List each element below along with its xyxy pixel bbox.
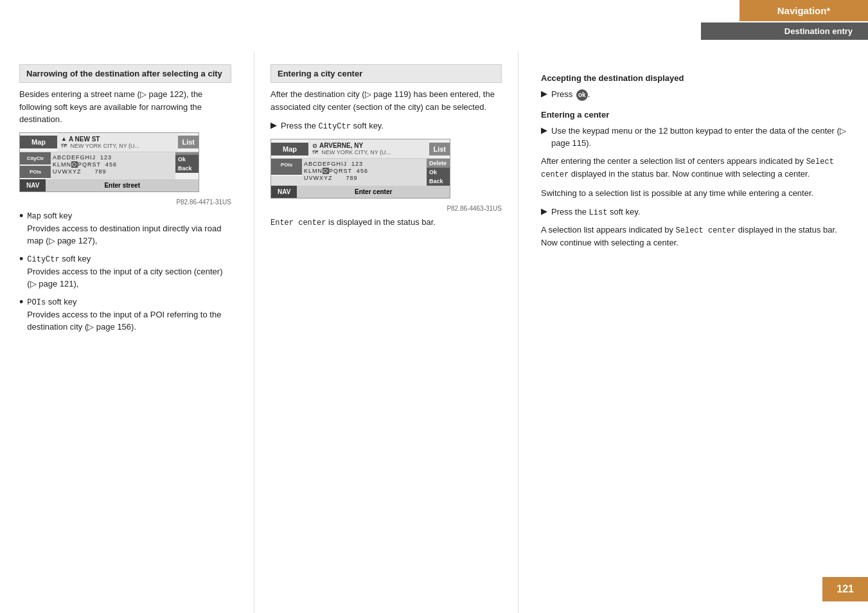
right-body1: After entering the center a selection li… <box>541 155 849 181</box>
device-nav-row-2: NAV Enter center <box>271 186 450 198</box>
cityctr-inline: CityCtr <box>319 122 351 131</box>
mid-section-header: Entering a city center <box>270 64 502 83</box>
device-row-top-2: Map ⊙ ARVERNE, NY 🗺 NEW YORK CITY, NY (U… <box>271 139 450 159</box>
cityctr-keyword: CityCtr <box>27 255 59 264</box>
right-arrow3-content: Press the List soft key. <box>551 206 640 218</box>
city-ctr-btn-1[interactable]: CityCtr <box>20 152 51 164</box>
device-left-side-1: CityCtr POIs <box>20 152 51 179</box>
right-section1-title: Accepting the destination displayed <box>541 73 849 83</box>
device-right-side-1: Ok Back <box>175 152 199 179</box>
right-arrow2-content: Use the keypad menu or the 12 button key… <box>551 125 849 150</box>
device-main-street-1: ▲ A NEW ST <box>61 136 174 143</box>
device-left-side-2: POIs <box>271 159 302 186</box>
mid-arrow1-content: Press the CityCtr soft key. <box>281 120 384 132</box>
device-main-1: ▲ A NEW ST 🗺 NEW YORK CITY, NY (U... <box>57 133 178 152</box>
enter-center-inline: Enter center <box>270 218 326 227</box>
select-center-1: Se­lect center <box>541 157 834 179</box>
list-inline: List <box>589 208 608 217</box>
ok-btn-1[interactable]: Ok <box>175 155 199 164</box>
right-arrow3: ▶ Press the List soft key. <box>541 206 849 218</box>
device-screen-1: Map ▲ A NEW ST 🗺 NEW YORK CITY, NY (U...… <box>19 132 199 192</box>
select-center-2: Select center <box>676 226 736 235</box>
right-arrow1: ▶ Press ok. <box>541 88 849 101</box>
mid-arrow1: ▶ Press the CityCtr soft key. <box>270 120 502 132</box>
enter-street-1: Enter street <box>46 179 199 191</box>
back-btn-2[interactable]: Back <box>427 177 450 186</box>
map-keyword: Map <box>27 212 41 221</box>
bullet-content-map: Map soft key Provides access to destinat… <box>27 209 231 247</box>
device-keyboard-2: ABCDEFGHIJ 123 KLMNOPQRST 456 UVWXYZ 789 <box>302 159 427 186</box>
back-btn-1[interactable]: Back <box>175 164 199 173</box>
page-number: 121 <box>822 577 868 601</box>
mid-status-text: Enter center is displayed in the status … <box>270 216 502 229</box>
device-caption-2: P82.86-4463-31US <box>270 205 502 212</box>
bullet-content-cityctr: CityCtr soft key Provides access to the … <box>27 253 231 290</box>
status-text-suffix: is displayed in the status bar. <box>328 217 436 227</box>
middle-column: Entering a city center After the destina… <box>258 51 515 613</box>
pois-btn-1[interactable]: POIs <box>20 166 51 178</box>
bullet-dot-map: • <box>19 209 23 224</box>
device-row-top: Map ▲ A NEW ST 🗺 NEW YORK CITY, NY (U...… <box>20 133 199 152</box>
left-body1: Besides entering a street name (▷ page 1… <box>19 88 231 126</box>
bullet-map: • Map soft key Provides access to destin… <box>19 209 231 247</box>
ok-circle: ok <box>576 89 588 101</box>
device-keyboard-1: ABCDEFGHIJ 123 KLMNOPQRST 456 UVWXYZ 789 <box>51 152 175 179</box>
nav-tab: Navigation* <box>740 0 868 21</box>
right-body2: Switching to a selection list is possibl… <box>541 187 849 200</box>
bullet-cityctr: • CityCtr soft key Provides access to th… <box>19 253 231 290</box>
device-caption-1: P82.86-4471-31US <box>19 199 231 206</box>
bullet-dot-pois: • <box>19 296 23 310</box>
device-main-city-1: 🗺 NEW YORK CITY, NY (U... <box>61 143 174 149</box>
right-section2-title: Entering a center <box>541 110 849 120</box>
main-content: Narrowing of the destination after selec… <box>0 51 868 613</box>
bullet-dot-cityctr: • <box>19 253 23 267</box>
right-arrow2: ▶ Use the keypad menu or the 12 button k… <box>541 125 849 150</box>
list-btn-1[interactable]: List <box>178 136 199 148</box>
right-arrow1-content: Press ok. <box>551 88 590 101</box>
list-btn-2[interactable]: List <box>429 143 450 155</box>
device-keyboard-area-1: CityCtr POIs ABCDEFGHIJ 123 KLMNOPQRST 4… <box>20 152 199 179</box>
divider-mid-right <box>518 51 518 613</box>
device-main-city-2: 🗺 NEW YORK CITY, NY (U... <box>312 149 425 155</box>
header: Navigation* Destination entry <box>598 0 868 40</box>
arrow-sym-right3: ▶ <box>541 206 547 216</box>
arrow-sym-right1: ▶ <box>541 89 547 98</box>
arrow-sym-1: ▶ <box>270 120 277 130</box>
nav-label-1: NAV <box>20 179 46 191</box>
left-section-header: Narrowing of the destination after selec… <box>19 64 231 83</box>
pois-keyword: POIs <box>27 298 46 307</box>
right-body3: A selection list appears indicated by Se… <box>541 224 849 249</box>
map-label-2: Map <box>271 143 308 155</box>
arrow-sym-right2: ▶ <box>541 125 547 135</box>
device-right-side-2: Delete Ok Back <box>427 159 450 186</box>
device-screen-2: Map ⊙ ARVERNE, NY 🗺 NEW YORK CITY, NY (U… <box>270 139 450 199</box>
right-column: Accepting the destination displayed ▶ Pr… <box>522 51 868 613</box>
map-label-1: Map <box>20 136 57 148</box>
dest-entry-bar: Destination entry <box>701 22 868 40</box>
divider-left-mid <box>254 51 254 613</box>
bullet-pois: • POIs soft key Provides access to the i… <box>19 296 231 333</box>
ok-btn-2[interactable]: Ok <box>427 168 450 177</box>
delete-btn-2[interactable]: Delete <box>427 159 450 168</box>
mid-body1: After the destination city (▷ page 119) … <box>270 88 502 113</box>
enter-center-2: Enter center <box>297 186 450 198</box>
device-keyboard-area-2: POIs ABCDEFGHIJ 123 KLMNOPQRST 456 UVWXY… <box>271 159 450 186</box>
pois-btn-2[interactable]: POIs <box>271 159 302 175</box>
bullet-content-pois: POIs soft key Provides access to the inp… <box>27 296 231 333</box>
device-nav-row-1: NAV Enter street <box>20 179 199 191</box>
device-main-2: ⊙ ARVERNE, NY 🗺 NEW YORK CITY, NY (U... <box>308 139 429 158</box>
left-column: Narrowing of the destination after selec… <box>0 51 251 613</box>
nav-label-2: NAV <box>271 186 297 198</box>
device-main-street-2: ⊙ ARVERNE, NY <box>312 142 425 149</box>
